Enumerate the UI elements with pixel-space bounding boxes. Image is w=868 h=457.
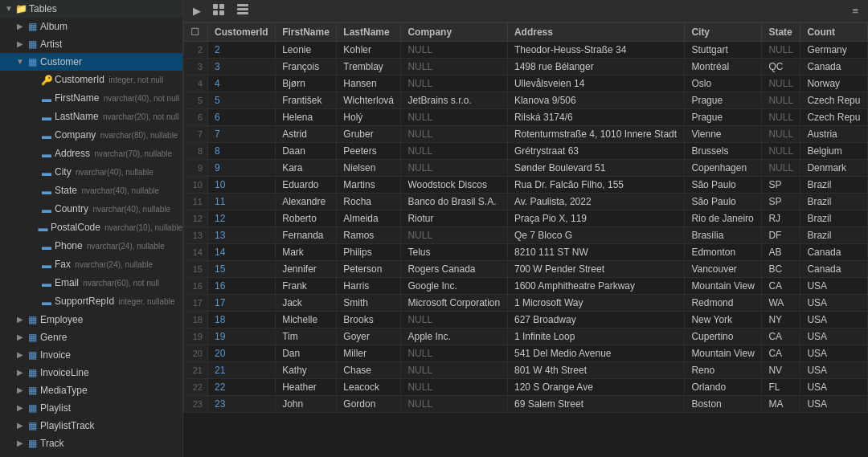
table-row[interactable]: 22LeonieKohlerNULLTheodor-Heuss-Straße 3… xyxy=(184,42,868,59)
company-sublabel: nvarchar(80), nullable xyxy=(100,131,178,140)
table-row[interactable]: 2020DanMillerNULL541 Del Medio AvenueMou… xyxy=(184,345,868,362)
sidebar-item-album[interactable]: ▶ ▦ Album xyxy=(0,18,182,35)
cell-customerid[interactable]: 21 xyxy=(208,362,276,379)
tables-folder-icon: 📁 xyxy=(14,2,27,16)
table-row[interactable]: 1818MichelleBrooksNULL627 BroadwayNew Yo… xyxy=(184,312,868,328)
cell-customerid[interactable]: 9 xyxy=(208,160,276,177)
table-row[interactable]: 1414MarkPhilipsTelus8210 111 ST NWEdmont… xyxy=(184,244,868,261)
col-icon-phone: ▬ xyxy=(40,239,53,254)
header-state[interactable]: State xyxy=(762,23,800,42)
table-row[interactable]: 88DaanPeetersNULLGrétrystraat 63Brussels… xyxy=(184,143,868,160)
table-row[interactable]: 66HelenaHolýNULLRilská 3174/6PragueNULLC… xyxy=(184,109,868,126)
table-row[interactable]: 1515JenniferPetersonRogers Canada700 W P… xyxy=(184,261,868,278)
header-lastname[interactable]: LastName xyxy=(337,23,401,42)
sidebar-field-customerid[interactable]: 🔑 CustomerId integer, not null xyxy=(0,71,182,89)
cell-customerid[interactable]: 6 xyxy=(208,109,276,126)
table-row[interactable]: 2222HeatherLeacockNULL120 S Orange AveOr… xyxy=(184,379,868,396)
firstname-sublabel: nvarchar(40), not null xyxy=(104,94,180,103)
cell-customerid[interactable]: 15 xyxy=(208,261,276,278)
sidebar-item-tables[interactable]: ▼ 📁 Tables xyxy=(0,0,182,18)
table-row[interactable]: 2121KathyChaseNULL801 W 4th StreetRenoNV… xyxy=(184,362,868,379)
table-row[interactable]: 55FrantišekWichterlováJetBrains s.r.o.Kl… xyxy=(184,92,868,109)
sidebar-field-email[interactable]: ▬ Email nvarchar(60), not null xyxy=(0,274,182,292)
cell-address: Rilská 3174/6 xyxy=(507,109,684,126)
sidebar-item-views[interactable]: ▶ 📁 Views xyxy=(0,452,182,457)
sidebar-item-track[interactable]: ▶ ▦ Track xyxy=(0,435,182,452)
checkbox-header[interactable]: ☐ xyxy=(190,27,199,38)
sidebar-field-city[interactable]: ▬ City nvarchar(40), nullable xyxy=(0,163,182,182)
sidebar-item-invoice[interactable]: ▶ ▦ Invoice xyxy=(0,346,182,364)
cell-customerid[interactable]: 17 xyxy=(208,295,276,312)
sidebar-field-country[interactable]: ▬ Country nvarchar(40), nullable xyxy=(0,200,182,218)
sidebar-item-mediatype[interactable]: ▶ ▦ MediaType xyxy=(0,382,182,399)
cell-lastname: Nielsen xyxy=(337,160,401,177)
playlisttrack-arrow: ▶ xyxy=(14,418,26,433)
table-row[interactable]: 44BjørnHansenNULLUllevålsveien 14OsloNUL… xyxy=(184,75,868,92)
cell-city: Mountain View xyxy=(685,278,762,295)
cell-customerid[interactable]: 20 xyxy=(208,345,276,362)
cell-customerid[interactable]: 7 xyxy=(208,126,276,143)
sidebar-item-playlisttrack[interactable]: ▶ ▦ PlaylistTrack xyxy=(0,417,182,435)
header-company[interactable]: Company xyxy=(401,23,508,42)
sidebar-field-company[interactable]: ▬ Company nvarchar(80), nullable xyxy=(0,126,182,145)
cell-customerid[interactable]: 12 xyxy=(208,210,276,227)
sidebar-field-firstname[interactable]: ▬ FirstName nvarchar(40), not null xyxy=(0,89,182,108)
table-row[interactable]: 1616FrankHarrisGoogle Inc.1600 Amphithea… xyxy=(184,278,868,295)
table-row[interactable]: 1919TimGoyerApple Inc.1 Infinite LoopCup… xyxy=(184,328,868,345)
expand-button[interactable]: ▶ xyxy=(190,3,204,18)
grid-view-button[interactable] xyxy=(209,2,228,20)
sidebar-item-playlist[interactable]: ▶ ▦ Playlist xyxy=(0,399,182,417)
sidebar-field-supportrepid[interactable]: ▬ SupportRepId integer, nullable xyxy=(0,292,182,311)
cell-customerid[interactable]: 5 xyxy=(208,92,276,109)
header-city[interactable]: City xyxy=(685,23,762,42)
sidebar-item-genre[interactable]: ▶ ▦ Genre xyxy=(0,328,182,346)
company-label: Company xyxy=(55,129,96,141)
cell-customerid[interactable]: 11 xyxy=(208,194,276,210)
sidebar-field-fax[interactable]: ▬ Fax nvarchar(24), nullable xyxy=(0,255,182,274)
table-row[interactable]: 2323JohnGordonNULL69 Salem StreetBostonM… xyxy=(184,396,868,413)
cell-customerid[interactable]: 13 xyxy=(208,227,276,244)
data-grid[interactable]: ☐ CustomerId FirstName LastName Company … xyxy=(183,22,868,457)
cell-customerid[interactable]: 14 xyxy=(208,244,276,261)
table-view-button[interactable] xyxy=(233,2,252,20)
table-row[interactable]: 1212RobertoAlmeidaRioturPraça Pio X, 119… xyxy=(184,210,868,227)
sidebar-item-invoiceline[interactable]: ▶ ▦ InvoiceLine xyxy=(0,364,182,382)
cell-customerid[interactable]: 2 xyxy=(208,42,276,59)
cell-customerid[interactable]: 18 xyxy=(208,312,276,328)
table-row[interactable]: 1111AlexandreRochaBanco do Brasil S.A.Av… xyxy=(184,194,868,210)
cell-customerid[interactable]: 16 xyxy=(208,278,276,295)
header-customerid[interactable]: CustomerId xyxy=(208,23,276,42)
cell-customerid[interactable]: 3 xyxy=(208,59,276,75)
sidebar-field-state[interactable]: ▬ State nvarchar(40), nullable xyxy=(0,182,182,200)
menu-button[interactable]: ≡ xyxy=(849,3,862,18)
cell-firstname: Eduardo xyxy=(276,177,337,194)
cell-customerid[interactable]: 19 xyxy=(208,328,276,345)
cell-customerid[interactable]: 23 xyxy=(208,396,276,413)
table-row[interactable]: 1717JackSmithMicrosoft Corporation1 Micr… xyxy=(184,295,868,312)
sidebar-item-customer[interactable]: ▼ ▦ Customer xyxy=(0,53,182,71)
cell-customerid[interactable]: 10 xyxy=(208,177,276,194)
cell-city: Boston xyxy=(685,396,762,413)
sidebar-field-lastname[interactable]: ▬ LastName nvarchar(20), not null xyxy=(0,108,182,126)
phone-label: Phone xyxy=(55,240,83,251)
header-address[interactable]: Address xyxy=(507,23,684,42)
cell-customerid[interactable]: 4 xyxy=(208,75,276,92)
cell-customerid[interactable]: 22 xyxy=(208,379,276,396)
table-row[interactable]: 33FrançoisTremblayNULL1498 rue BélangerM… xyxy=(184,59,868,75)
table-row[interactable]: 1313FernandaRamosNULLQe 7 Bloco GBrasíli… xyxy=(184,227,868,244)
sidebar-field-address[interactable]: ▬ Address nvarchar(70), nullable xyxy=(0,145,182,163)
sidebar-item-artist[interactable]: ▶ ▦ Artist xyxy=(0,35,182,53)
fax-label: Fax xyxy=(55,259,71,270)
table-row[interactable]: 1010EduardoMartinsWoodstock DiscosRua Dr… xyxy=(184,177,868,194)
sidebar-field-postalcode[interactable]: ▬ PostalCode nvarchar(10), nullable xyxy=(0,218,182,237)
cell-customerid[interactable]: 8 xyxy=(208,143,276,160)
table-row[interactable]: 99KaraNielsenNULLSønder Boulevard 51Cope… xyxy=(184,160,868,177)
sidebar-item-employee[interactable]: ▶ ▦ Employee xyxy=(0,311,182,328)
cell-state: MA xyxy=(762,396,800,413)
sidebar-field-phone[interactable]: ▬ Phone nvarchar(24), nullable xyxy=(0,237,182,255)
cell-firstname: Dan xyxy=(276,345,337,362)
table-row[interactable]: 77AstridGruberNULLRotenturmstraße 4, 101… xyxy=(184,126,868,143)
col-icon-firstname: ▬ xyxy=(40,92,53,106)
header-firstname[interactable]: FirstName xyxy=(276,23,337,42)
header-country[interactable]: Count xyxy=(800,23,868,42)
